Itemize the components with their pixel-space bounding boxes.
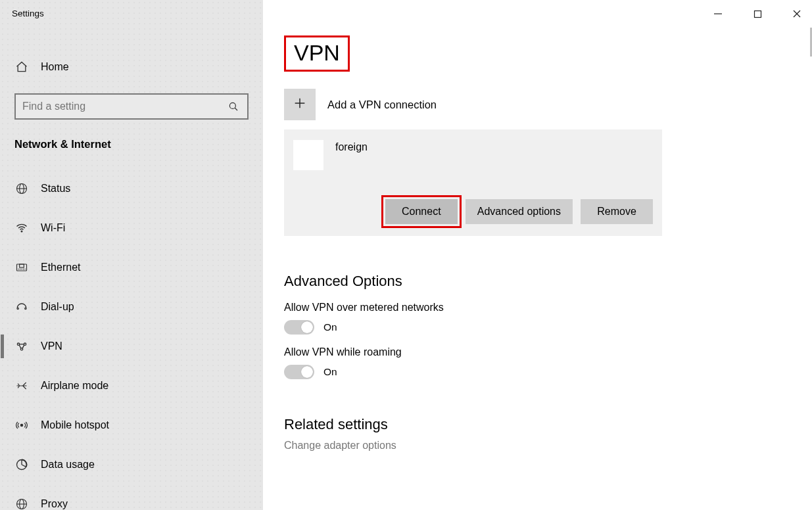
content-area: VPN Add a VPN connection foreign Connect… (263, 0, 812, 510)
sidebar-item-hotspot[interactable]: Mobile hotspot (0, 406, 263, 445)
connect-button[interactable]: Connect (385, 199, 458, 224)
sidebar-item-label: Mobile hotspot (41, 419, 109, 431)
proxy-icon (14, 498, 29, 510)
home-icon (14, 60, 29, 74)
svg-line-18 (19, 345, 21, 348)
vpn-connection-name: foreign (335, 140, 368, 153)
sidebar-nav: Status Wi-Fi Ethernet Dial-up VPN (0, 169, 263, 510)
sidebar-item-datausage[interactable]: Data usage (0, 445, 263, 484)
add-vpn-label: Add a VPN connection (327, 99, 437, 111)
roaming-toggle[interactable] (284, 365, 314, 379)
sidebar-item-label: Airplane mode (41, 380, 108, 392)
vpn-connection-header: foreign (293, 140, 653, 170)
search-icon (226, 101, 241, 112)
change-adapter-link[interactable]: Change adapter options (284, 440, 791, 452)
advanced-options-heading: Advanced Options (284, 273, 791, 290)
sidebar-item-label: Data usage (41, 459, 95, 471)
vpn-connection-card[interactable]: foreign Connect Advanced options Remove (284, 129, 662, 236)
metered-label: Allow VPN over metered networks (284, 302, 791, 313)
advanced-options-button[interactable]: Advanced options (466, 199, 573, 224)
plus-icon (293, 96, 307, 113)
sidebar: Settings Home Network & Internet Status … (0, 0, 263, 510)
roaming-option: Allow VPN while roaming On (284, 346, 791, 379)
window-title: Settings (0, 3, 263, 24)
sidebar-item-label: Wi-Fi (41, 222, 65, 234)
dialup-icon (14, 300, 29, 313)
metered-option: Allow VPN over metered networks On (284, 302, 791, 335)
svg-point-17 (20, 348, 22, 350)
svg-rect-7 (20, 264, 24, 267)
roaming-label: Allow VPN while roaming (284, 346, 791, 358)
sidebar-home-label: Home (41, 61, 69, 73)
sidebar-item-label: Proxy (41, 498, 68, 510)
svg-point-13 (17, 308, 18, 309)
wifi-icon (14, 221, 29, 235)
svg-point-0 (229, 103, 235, 108)
svg-point-16 (24, 343, 26, 345)
window-controls (709, 5, 805, 22)
sidebar-section-header: Network & Internet (0, 120, 263, 160)
add-vpn-row[interactable]: Add a VPN connection (284, 89, 791, 120)
sidebar-item-vpn[interactable]: VPN (0, 327, 263, 366)
sidebar-home[interactable]: Home (0, 55, 263, 79)
sidebar-item-label: Ethernet (41, 262, 80, 273)
sidebar-item-label: Status (41, 183, 70, 195)
svg-rect-29 (754, 11, 761, 17)
sidebar-item-proxy[interactable]: Proxy (0, 484, 263, 510)
svg-line-1 (235, 108, 237, 110)
close-button[interactable] (788, 5, 805, 22)
add-vpn-button[interactable] (284, 89, 316, 120)
svg-line-19 (22, 345, 24, 348)
sidebar-item-airplane[interactable]: Airplane mode (0, 366, 263, 406)
sidebar-item-dialup[interactable]: Dial-up (0, 287, 263, 327)
metered-toggle-state: On (323, 321, 337, 333)
sidebar-item-label: Dial-up (41, 301, 74, 313)
vpn-actions: Connect Advanced options Remove (293, 199, 653, 224)
search-container (14, 93, 249, 120)
svg-point-14 (25, 308, 26, 309)
data-usage-icon (14, 458, 29, 471)
vpn-icon (14, 340, 29, 353)
page-title: VPN (284, 35, 350, 72)
related-settings-heading: Related settings (284, 416, 791, 433)
sidebar-item-label: VPN (41, 340, 62, 352)
search-input[interactable] (22, 101, 226, 112)
sidebar-item-status[interactable]: Status (0, 169, 263, 208)
svg-line-24 (22, 465, 26, 467)
vpn-connection-icon (293, 140, 323, 170)
hotspot-icon (14, 419, 29, 432)
minimize-button[interactable] (709, 5, 727, 22)
svg-point-15 (17, 343, 19, 345)
roaming-toggle-state: On (323, 366, 337, 378)
airplane-icon (14, 379, 29, 392)
svg-point-21 (20, 424, 22, 426)
ethernet-icon (14, 261, 29, 274)
metered-toggle[interactable] (284, 320, 314, 335)
remove-button[interactable]: Remove (581, 199, 653, 224)
svg-point-5 (21, 231, 22, 232)
sidebar-item-ethernet[interactable]: Ethernet (0, 248, 263, 287)
search-input-wrapper[interactable] (14, 93, 249, 120)
sidebar-item-wifi[interactable]: Wi-Fi (0, 208, 263, 248)
maximize-button[interactable] (749, 5, 766, 22)
globe-icon (14, 182, 29, 195)
